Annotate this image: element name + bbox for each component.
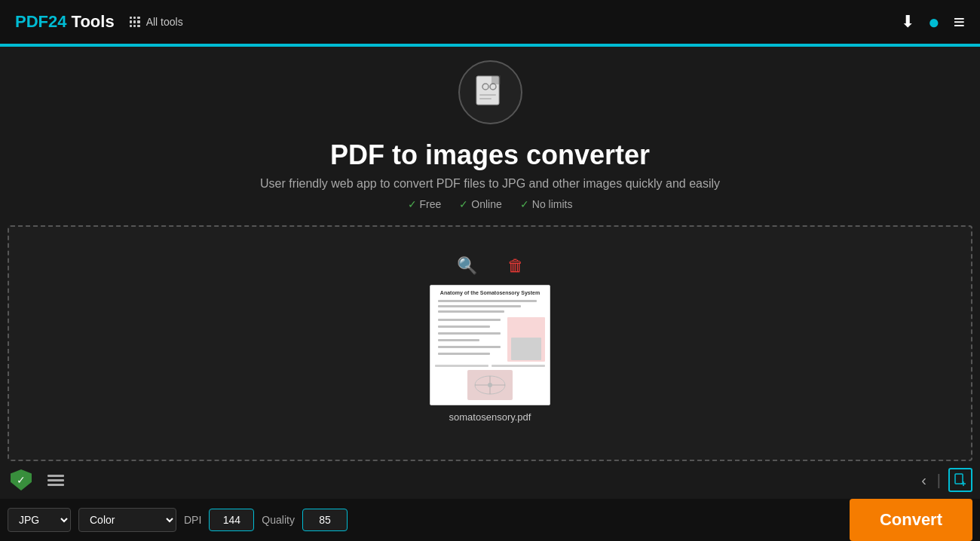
pdf-line: [438, 310, 504, 313]
logo-tools: Tools: [66, 12, 114, 31]
nav-divider: |: [937, 472, 941, 489]
svg-rect-11: [955, 474, 963, 484]
list-bar: [47, 479, 64, 481]
svg-rect-6: [492, 75, 501, 84]
check-icon-nolimits: ✓: [520, 198, 529, 210]
svg-rect-4: [479, 94, 496, 96]
pdf-diagram: [467, 370, 513, 400]
anatomy-diagram-icon: [469, 371, 511, 399]
logo-circle: [458, 60, 522, 124]
check-icon-free: ✓: [408, 198, 417, 210]
format-select[interactable]: JPG PNG WEBP GIF: [8, 508, 71, 532]
color-select[interactable]: Color Grayscale Black & White: [78, 508, 176, 532]
pdf-line: [438, 326, 490, 328]
pdf-left-col: [435, 317, 504, 362]
hero-badges: ✓ Free ✓ Online ✓ No limits: [408, 198, 573, 210]
pdf-line: [435, 365, 488, 367]
zoom-icon[interactable]: 🔍: [457, 256, 477, 276]
pdf-line: [492, 365, 545, 367]
hero-subtitle: User friendly web app to convert PDF fil…: [260, 177, 720, 191]
quality-label: Quality: [262, 514, 295, 526]
badge-online: ✓ Online: [459, 198, 501, 210]
pdf-line: [438, 319, 501, 321]
main-area: 🔍 🗑 Anatomy of the Somatosensory System: [0, 218, 980, 461]
file-container: 🔍 🗑 Anatomy of the Somatosensory System: [430, 256, 550, 423]
pdf-line: [438, 346, 501, 348]
delete-icon[interactable]: 🗑: [507, 256, 524, 276]
pdf-line: [438, 353, 490, 355]
logo: PDF24 Tools: [15, 12, 115, 32]
profile-icon[interactable]: ●: [928, 11, 940, 34]
badge-online-label: Online: [471, 198, 501, 210]
svg-rect-5: [479, 98, 492, 99]
list-button[interactable]: [42, 466, 69, 494]
all-tools-label: All tools: [146, 16, 183, 28]
pdf-thumb-title: Anatomy of the Somatosensory System: [435, 290, 545, 296]
quality-input[interactable]: [302, 509, 348, 531]
badge-nolimits-label: No limits: [532, 198, 573, 210]
options-bar: JPG PNG WEBP GIF Color Grayscale Black &…: [0, 499, 980, 541]
pdf-image-area: [511, 338, 541, 360]
logo-pdf: PDF24: [15, 12, 66, 31]
hero-section: PDF to images converter User friendly we…: [0, 47, 980, 218]
dpi-label: DPI: [184, 514, 201, 526]
check-icon-online: ✓: [459, 198, 468, 210]
file-name: somatosensory.pdf: [449, 411, 531, 423]
shield-button[interactable]: ✓: [8, 466, 35, 494]
pdf-line: [438, 339, 479, 341]
badge-free: ✓ Free: [408, 198, 442, 210]
badge-free-label: Free: [420, 198, 442, 210]
convert-button[interactable]: Convert: [850, 499, 972, 541]
shield-icon: ✓: [11, 469, 32, 491]
list-bar: [47, 484, 64, 486]
header-icons: ⬇ ● ≡: [901, 11, 965, 34]
prev-nav-button[interactable]: ‹: [918, 472, 929, 489]
pdf-line: [438, 305, 521, 307]
svg-point-10: [488, 383, 492, 387]
dpi-input[interactable]: [209, 509, 254, 531]
download-icon[interactable]: ⬇: [901, 12, 914, 32]
pdf-bottom-lines: [435, 365, 545, 367]
page-title: PDF to images converter: [330, 139, 650, 171]
add-file-icon: [954, 473, 967, 487]
header: PDF24 Tools All tools ⬇ ● ≡: [0, 0, 980, 45]
pdf-right-col: [507, 317, 545, 362]
file-icons-row: 🔍 🗑: [457, 256, 524, 276]
bottom-toolbar: ✓ ‹ |: [0, 461, 980, 499]
pdf-logo-icon: [470, 73, 510, 112]
pdf-content-block: [435, 317, 545, 362]
grid-icon: [130, 17, 140, 27]
pdf-thumbnail: Anatomy of the Somatosensory System: [430, 285, 550, 405]
badge-nolimits: ✓ No limits: [520, 198, 573, 210]
pdf-line: [438, 300, 537, 302]
list-bar: [47, 475, 64, 477]
list-icon: [44, 472, 67, 489]
all-tools-button[interactable]: All tools: [130, 16, 183, 28]
add-file-button[interactable]: [948, 468, 972, 492]
pdf-line: [438, 332, 501, 335]
drop-zone[interactable]: 🔍 🗑 Anatomy of the Somatosensory System: [8, 225, 972, 461]
menu-icon[interactable]: ≡: [954, 11, 965, 34]
